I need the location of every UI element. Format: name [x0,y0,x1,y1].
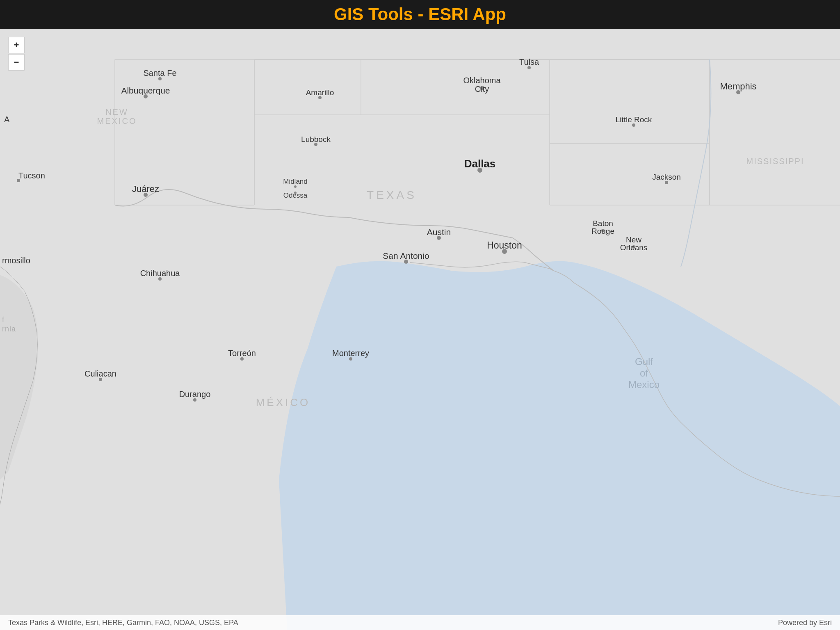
svg-text:Chihuahua: Chihuahua [140,269,180,278]
svg-text:A: A [4,115,10,124]
svg-text:Mexico: Mexico [628,379,660,390]
svg-text:Orleans: Orleans [620,243,648,252]
svg-text:Amarillo: Amarillo [306,88,334,97]
attribution-bar: Texas Parks & Wildlife, Esri, HERE, Garm… [0,615,840,630]
svg-point-73 [349,357,352,361]
svg-text:Torreón: Torreón [228,349,256,358]
svg-text:Juárez: Juárez [132,184,159,194]
svg-point-31 [527,66,531,69]
svg-text:Rouge: Rouge [591,227,614,235]
svg-text:Gulf: Gulf [635,356,653,367]
svg-text:Albuquerque: Albuquerque [121,86,170,95]
svg-text:Monterrey: Monterrey [332,349,369,358]
svg-text:Santa Fe: Santa Fe [143,68,176,78]
svg-point-29 [632,123,635,127]
svg-text:rnia: rnia [2,325,16,333]
svg-text:TEXAS: TEXAS [367,189,417,201]
svg-text:Oklahoma: Oklahoma [463,76,501,85]
map-svg: Memphis Little Rock Tulsa Oklahoma City … [0,29,840,630]
svg-point-71 [240,357,244,361]
svg-text:Houston: Houston [487,240,522,251]
svg-text:MEXICO: MEXICO [97,116,137,126]
svg-text:f: f [2,315,5,324]
svg-text:Austin: Austin [427,227,451,237]
svg-text:Tucson: Tucson [18,171,45,180]
app-title: GIS Tools - ESRI App [334,5,506,24]
svg-text:Tulsa: Tulsa [519,57,539,66]
svg-point-50 [665,181,668,184]
zoom-in-button[interactable]: + [8,37,25,53]
svg-text:rmosillo: rmosillo [2,256,30,265]
svg-text:Odessa: Odessa [283,192,308,199]
zoom-out-button[interactable]: − [8,54,25,71]
svg-text:Memphis: Memphis [720,81,756,91]
map-container[interactable]: Memphis Little Rock Tulsa Oklahoma City … [0,29,840,630]
attribution-left: Texas Parks & Wildlife, Esri, HERE, Garm… [8,619,238,627]
svg-text:New: New [626,235,641,244]
app-header: GIS Tools - ESRI App [0,0,840,29]
svg-point-60 [158,77,162,80]
svg-point-75 [99,378,102,381]
svg-text:City: City [475,84,489,94]
svg-point-77 [193,398,196,402]
svg-text:San Antonio: San Antonio [383,251,429,260]
zoom-controls: + − [8,37,25,71]
svg-point-56 [294,185,297,188]
svg-text:Midland: Midland [283,178,308,185]
svg-text:Little Rock: Little Rock [616,115,652,124]
svg-text:Dallas: Dallas [464,158,496,170]
attribution-right: Powered by Esri [778,619,832,627]
svg-text:Baton: Baton [593,219,613,228]
svg-text:Jackson: Jackson [652,173,681,181]
svg-text:Culiacan: Culiacan [84,369,116,378]
svg-text:MÉXICO: MÉXICO [256,396,310,409]
svg-text:MISSISSIPPI: MISSISSIPPI [746,157,804,166]
svg-point-68 [158,277,162,281]
svg-text:Lubbock: Lubbock [301,135,331,144]
svg-text:of: of [640,368,648,379]
svg-text:Durango: Durango [179,390,211,399]
svg-text:NEW: NEW [105,107,128,116]
